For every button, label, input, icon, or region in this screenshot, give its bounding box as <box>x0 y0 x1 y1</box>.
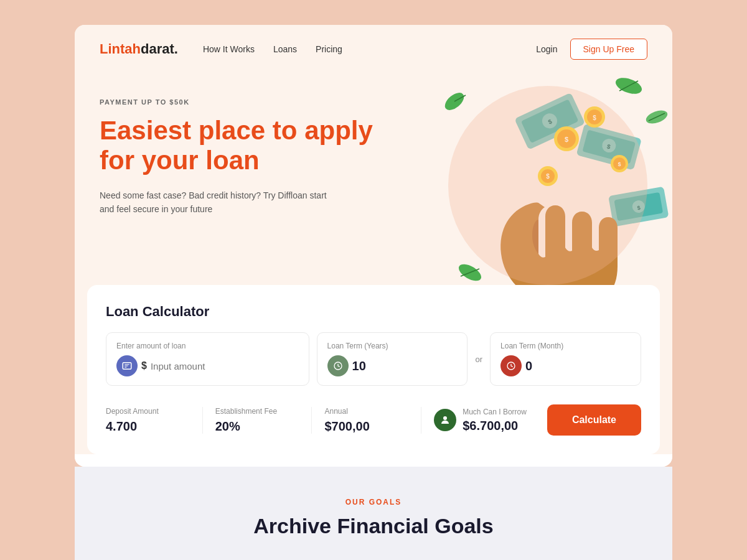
or-separator: or <box>475 355 482 364</box>
month-value: 0 <box>525 359 532 373</box>
month-input-row: 0 <box>500 355 631 376</box>
hero-text: PAYMENT UP TO $50K Easiest place to appl… <box>100 86 647 273</box>
deposit-result: Deposit Amount 4.700 <box>106 407 203 434</box>
borrow-result: Much Can I Borrow $6.700,00 <box>434 408 535 433</box>
navbar: Lintahdarat. How It Works Loans Pricing … <box>75 25 672 73</box>
annual-result: Annual $700,00 <box>324 407 421 434</box>
hero-description: Need some fast case? Bad credit history?… <box>100 189 336 217</box>
calculator-inputs: Enter amount of loan $ Loan Term (Years) <box>106 332 641 386</box>
goals-section-label: OUR GOALS <box>87 498 660 506</box>
nav-how-it-works[interactable]: How It Works <box>203 44 255 54</box>
nav-links: How It Works Loans Pricing <box>203 44 536 54</box>
goals-section: OUR GOALS Archive Financial Goals <box>75 467 672 560</box>
calculator-results: Deposit Amount 4.700 Establishment Fee 2… <box>106 404 641 436</box>
loan-icon <box>116 355 138 376</box>
calculator-title: Loan Calculator <box>106 304 641 320</box>
logo-lintah: Lintah <box>100 41 141 57</box>
loan-month-field: Loan Term (Month) 0 <box>490 332 641 386</box>
year-label: Loan Term (Years) <box>327 342 388 350</box>
month-icon <box>500 355 522 376</box>
login-button[interactable]: Login <box>536 44 557 54</box>
svg-point-34 <box>443 416 447 420</box>
hero-title-line1: Easiest place to apply <box>100 116 373 145</box>
loan-label: Enter amount of loan <box>116 342 186 350</box>
borrow-value: $6.700,00 <box>463 419 527 433</box>
deposit-value: 4.700 <box>106 419 190 434</box>
borrow-info: Much Can I Borrow $6.700,00 <box>463 408 527 433</box>
nav-pricing[interactable]: Pricing <box>316 44 342 54</box>
loan-input-row: $ <box>116 355 299 376</box>
page-outer: Lintahdarat. How It Works Loans Pricing … <box>0 0 747 560</box>
loan-amount-field: Enter amount of loan $ <box>106 332 309 386</box>
goals-title: Archive Financial Goals <box>87 514 660 538</box>
leaf-top-right2 <box>644 108 669 126</box>
deposit-label: Deposit Amount <box>106 407 190 416</box>
nav-loans[interactable]: Loans <box>273 44 297 54</box>
borrow-icon <box>434 409 456 431</box>
year-input-row: 10 <box>327 355 458 376</box>
fee-label: Establishment Fee <box>215 407 299 416</box>
annual-label: Annual <box>324 407 408 416</box>
main-card: Lintahdarat. How It Works Loans Pricing … <box>75 25 672 467</box>
hero-title-line2: for your loan <box>100 146 260 175</box>
loan-dollar: $ <box>141 360 147 371</box>
year-value: 10 <box>352 359 366 373</box>
borrow-label: Much Can I Borrow <box>463 408 527 416</box>
nav-actions: Login Sign Up Free <box>536 39 647 60</box>
hero-title: Easiest place to apply for your loan <box>100 116 647 176</box>
calculator-section: Loan Calculator Enter amount of loan $ <box>87 285 660 454</box>
loan-input[interactable] <box>151 361 299 371</box>
calculate-button[interactable]: Calculate <box>547 404 641 436</box>
month-label: Loan Term (Month) <box>500 342 563 350</box>
hero-badge: PAYMENT UP TO $50K <box>100 98 647 106</box>
annual-value: $700,00 <box>324 419 408 434</box>
year-icon <box>327 355 349 376</box>
fee-value: 20% <box>215 419 299 434</box>
fee-result: Establishment Fee 20% <box>215 407 312 434</box>
logo-dot: . <box>174 41 178 57</box>
signup-button[interactable]: Sign Up Free <box>570 39 647 60</box>
logo: Lintahdarat. <box>100 41 178 57</box>
card-footer-gap <box>75 454 672 467</box>
hero-section: PAYMENT UP TO $50K Easiest place to appl… <box>75 73 672 273</box>
logo-darat: darat <box>141 41 174 57</box>
loan-year-field: Loan Term (Years) 10 <box>317 332 468 386</box>
